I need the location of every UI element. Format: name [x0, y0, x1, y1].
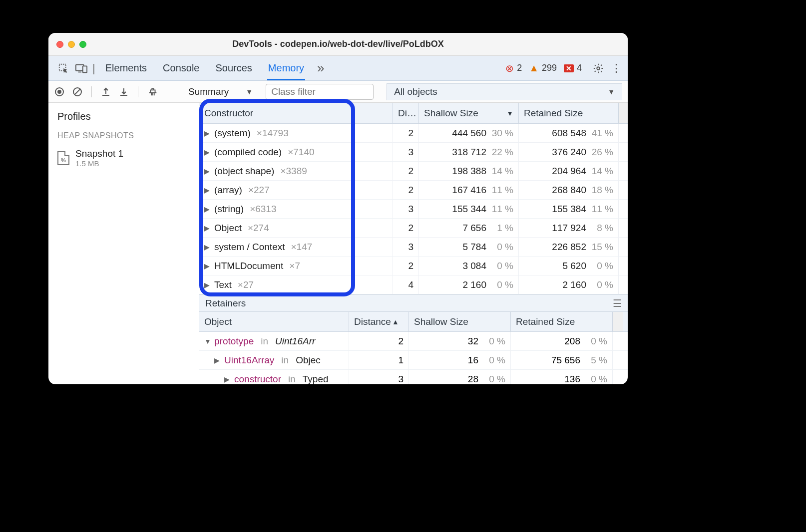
in-keyword: in — [261, 336, 268, 347]
expand-icon[interactable]: ▶ — [214, 356, 220, 364]
minimize-window-button[interactable] — [68, 41, 75, 48]
error-icon: ⊗ — [505, 62, 514, 74]
expand-icon[interactable]: ▶ — [204, 129, 210, 137]
warning-icon: ▲ — [529, 62, 539, 74]
gc-icon[interactable] — [147, 86, 158, 97]
table-row[interactable]: ▶Object×27427 6561 %117 9248 % — [199, 219, 628, 238]
distance-cell: 2 — [393, 257, 419, 275]
table-row[interactable]: ▶HTMLDocument×723 0840 %5 6200 % — [199, 257, 628, 275]
sidebar-title: Profiles — [48, 111, 199, 131]
export-icon[interactable] — [101, 87, 111, 97]
expand-icon[interactable]: ▶ — [204, 205, 210, 213]
expand-icon[interactable]: ▶ — [204, 224, 210, 232]
col-retained[interactable]: Retained Size — [519, 103, 619, 123]
retained-cell: 5 6200 % — [519, 257, 619, 275]
rcol-shallow[interactable]: Shallow Size — [409, 312, 511, 331]
expand-icon[interactable]: ▶ — [204, 186, 210, 194]
clear-icon[interactable] — [72, 87, 82, 97]
object-scope-select[interactable]: All objects ▼ — [387, 83, 622, 100]
col-shallow[interactable]: Shallow Size ▼ — [419, 103, 519, 123]
snapshot-name: Snapshot 1 — [75, 148, 123, 159]
more-tabs-button[interactable]: » — [317, 60, 324, 76]
instance-count: ×7140 — [288, 147, 314, 158]
distance-cell: 2 — [393, 219, 419, 237]
constructor-name: (system) — [214, 128, 251, 139]
rcol-retained[interactable]: Retained Size — [511, 312, 613, 331]
chevron-down-icon: ▼ — [246, 88, 253, 96]
table-row[interactable]: ▶(object shape)×33892198 38814 %204 9641… — [199, 162, 628, 181]
expand-icon[interactable]: ▼ — [204, 337, 210, 345]
record-icon[interactable] — [54, 87, 64, 97]
settings-icon[interactable] — [593, 63, 604, 74]
shallow-cell: 280 % — [409, 370, 511, 384]
devtools-window: DevTools - codepen.io/web-dot-dev/live/P… — [48, 33, 628, 384]
table-row[interactable]: ▶system / Context×14735 7840 %226 85215 … — [199, 238, 628, 257]
inspect-icon[interactable] — [54, 63, 72, 74]
constructor-name: Object — [214, 223, 242, 234]
scrollbar-track[interactable] — [613, 312, 623, 331]
expand-icon[interactable]: ▶ — [204, 243, 210, 251]
table-row[interactable]: ▶(compiled code)×71403318 71222 %376 240… — [199, 143, 628, 162]
distance-cell: 3 — [393, 238, 419, 256]
expand-icon[interactable]: ▶ — [204, 167, 210, 175]
retainer-row[interactable]: ▼prototypeinUint16Arr2320 %2080 % — [199, 332, 628, 351]
distance-cell: 2 — [393, 124, 419, 142]
window-controls — [56, 41, 86, 48]
sort-asc-icon: ▲ — [392, 318, 399, 326]
divider — [91, 86, 92, 97]
issue-icon: ✕ — [564, 64, 574, 72]
snapshot-item[interactable]: % Snapshot 1 1.5 MB — [48, 145, 199, 171]
retainer-row[interactable]: ▶constructorinTyped3280 %1360 % — [199, 370, 628, 384]
object-scope-label: All objects — [394, 86, 437, 97]
view-select[interactable]: Summary ▼ — [183, 85, 258, 98]
tab-elements[interactable]: Elements — [104, 56, 148, 80]
retainers-menu-icon[interactable]: ☰ — [613, 297, 622, 309]
instance-count: ×3389 — [280, 166, 307, 177]
tab-console[interactable]: Console — [162, 56, 200, 80]
view-select-label: Summary — [188, 86, 229, 97]
distance-cell: 3 — [393, 143, 419, 161]
memory-toolbar: Summary ▼ All objects ▼ — [48, 81, 628, 103]
col-constructor[interactable]: Constructor — [199, 103, 393, 123]
more-menu-icon[interactable]: ⋮ — [611, 62, 622, 75]
table-row[interactable]: ▶Text×2742 1600 %2 1600 % — [199, 275, 628, 294]
error-count: 2 — [517, 63, 522, 73]
col-distance[interactable]: Di… — [393, 103, 419, 123]
distance-cell: 3 — [393, 200, 419, 218]
instance-count: ×227 — [248, 185, 270, 196]
retained-cell: 268 84018 % — [519, 181, 619, 199]
class-filter-input[interactable] — [266, 84, 374, 100]
constructors-header-row: Constructor Di… Shallow Size ▼ Retained … — [199, 103, 628, 124]
expand-icon[interactable]: ▶ — [224, 375, 230, 383]
distance-cell: 3 — [349, 370, 409, 384]
sort-desc-icon: ▼ — [506, 109, 513, 117]
divider: | — [92, 62, 95, 75]
divider — [138, 86, 138, 97]
retained-cell: 2 1600 % — [519, 275, 619, 294]
tab-sources[interactable]: Sources — [214, 56, 253, 80]
import-icon[interactable] — [119, 87, 129, 97]
shallow-cell: 3 0840 % — [419, 257, 519, 275]
retainers-panel: Retainers ☰ Object Distance ▲ Shallow Si… — [199, 294, 628, 384]
distance-cell: 2 — [393, 162, 419, 180]
status-counters[interactable]: ⊗2 ▲299 ✕4 — [505, 62, 582, 74]
retainer-row[interactable]: ▶Uint16ArrayinObjec1160 %75 6565 % — [199, 351, 628, 370]
retained-cell: 204 96414 % — [519, 162, 619, 180]
instance-count: ×274 — [248, 223, 269, 234]
expand-icon[interactable]: ▶ — [204, 148, 210, 156]
tab-memory[interactable]: Memory — [267, 56, 305, 80]
shallow-cell: 2 1600 % — [419, 275, 519, 294]
instance-count: ×7 — [289, 261, 300, 271]
close-window-button[interactable] — [56, 41, 63, 48]
table-row[interactable]: ▶(array)×2272167 41611 %268 84018 % — [199, 181, 628, 200]
zoom-window-button[interactable] — [79, 41, 86, 48]
constructor-name: (array) — [214, 185, 242, 196]
scrollbar-track[interactable] — [619, 103, 628, 123]
expand-icon[interactable]: ▶ — [204, 281, 210, 289]
rcol-object[interactable]: Object — [199, 312, 349, 331]
device-toggle-icon[interactable] — [72, 63, 90, 73]
expand-icon[interactable]: ▶ — [204, 262, 210, 270]
table-row[interactable]: ▶(system)×147932444 56030 %608 54841 % — [199, 124, 628, 143]
table-row[interactable]: ▶(string)×63133155 34411 %155 38411 % — [199, 200, 628, 219]
rcol-distance[interactable]: Distance ▲ — [349, 312, 409, 331]
